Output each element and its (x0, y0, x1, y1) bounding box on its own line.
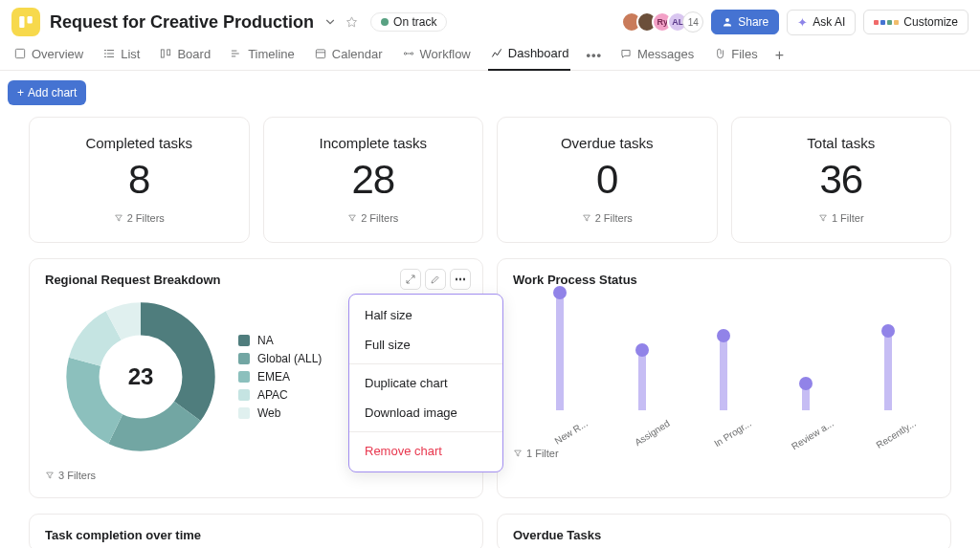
svg-rect-5 (316, 50, 324, 58)
status-dot-icon (381, 18, 389, 26)
menu-separator (349, 363, 502, 364)
menu-remove[interactable]: Remove chart (349, 436, 502, 466)
menu-separator (349, 431, 502, 432)
plus-icon: + (17, 86, 24, 99)
customize-button[interactable]: Customize (863, 10, 969, 34)
legend-item[interactable]: EMEA (238, 370, 322, 384)
tab-files[interactable]: Files (711, 41, 759, 70)
chart-card-overdue[interactable]: Overdue Tasks (497, 514, 951, 548)
share-button[interactable]: Share (711, 10, 779, 34)
tab-list[interactable]: List (100, 41, 142, 70)
stat-title: Total tasks (742, 135, 942, 151)
tab-more[interactable]: ••• (586, 48, 602, 62)
chart-card-workprocess[interactable]: Work Process Status New R... Assigned In… (497, 258, 951, 498)
chart-filter: 3 Filters (45, 470, 96, 481)
edit-icon[interactable] (425, 269, 446, 290)
svg-rect-1 (28, 16, 33, 24)
stat-filter: 2 Filters (582, 212, 633, 224)
stat-filter: 2 Filters (347, 212, 398, 224)
menu-full-size[interactable]: Full size (349, 330, 502, 360)
svg-point-7 (411, 53, 412, 55)
tab-messages[interactable]: Messages (617, 41, 696, 70)
donut-legend: NA Global (ALL) EMEA APAC Web (238, 329, 322, 425)
stat-value: 36 (742, 157, 942, 203)
stat-card-incomplete[interactable]: Incomplete tasks 28 2 Filters (263, 117, 484, 243)
project-header: Request for Creative Production On track… (0, 0, 980, 38)
lollipop-bar: In Progr... (695, 329, 752, 428)
member-avatars[interactable]: Ry AL 14 (627, 11, 703, 33)
menu-download[interactable]: Download image (349, 398, 502, 427)
add-chart-button[interactable]: +Add chart (8, 80, 86, 105)
sparkle-icon: ✦ (797, 15, 808, 30)
avatar-overflow[interactable]: 14 (682, 11, 703, 33)
tab-workflow[interactable]: Workflow (400, 41, 473, 70)
menu-half-size[interactable]: Half size (349, 300, 502, 330)
stat-card-completed[interactable]: Completed tasks 8 2 Filters (29, 117, 250, 243)
stat-title: Incomplete tasks (274, 135, 474, 151)
lollipop-bar: Recently... (859, 324, 917, 428)
tab-calendar[interactable]: Calendar (312, 41, 385, 70)
lollipop-bar: New R... (531, 286, 589, 428)
ask-ai-button[interactable]: ✦ Ask AI (787, 10, 856, 35)
lollipop-bar: Assigned (613, 343, 671, 428)
svg-point-6 (404, 53, 406, 55)
chart-title: Task completion over time (45, 528, 467, 542)
svg-rect-4 (167, 50, 170, 55)
menu-duplicate[interactable]: Duplicate chart (349, 368, 502, 398)
stat-value: 0 (507, 157, 707, 203)
stat-filter: 1 Filter (818, 212, 864, 224)
svg-rect-0 (19, 16, 24, 28)
more-icon[interactable]: ⋯ (450, 269, 471, 290)
chart-title: Work Process Status (513, 273, 935, 287)
stat-value: 28 (274, 157, 474, 203)
tab-board[interactable]: Board (157, 41, 212, 70)
stat-value: 8 (39, 157, 239, 203)
stat-filter: 2 Filters (114, 212, 165, 224)
chart-actions-menu: Half size Full size Duplicate chart Down… (348, 294, 503, 472)
star-icon[interactable] (345, 15, 359, 30)
donut-center-value: 23 (64, 300, 217, 453)
chart-card-regional[interactable]: Regional Request Breakdown ⋯ Half size F… (29, 258, 483, 498)
stat-title: Overdue tasks (507, 135, 707, 151)
tab-add[interactable]: + (775, 47, 784, 64)
donut-chart: 23 (64, 300, 217, 453)
legend-item[interactable]: Global (ALL) (238, 352, 322, 365)
project-tabs: Overview List Board Timeline Calendar Wo… (0, 38, 980, 71)
stat-card-overdue[interactable]: Overdue tasks 0 2 Filters (497, 117, 718, 243)
project-title[interactable]: Request for Creative Production (50, 12, 314, 33)
customize-icon (874, 20, 899, 25)
legend-item[interactable]: NA (238, 334, 322, 347)
legend-item[interactable]: APAC (238, 388, 322, 402)
tab-overview[interactable]: Overview (11, 41, 85, 70)
dashboard-toolbar: +Add chart (0, 71, 980, 113)
status-pill[interactable]: On track (370, 12, 447, 32)
lollipop-bar: Review a... (777, 377, 835, 428)
dashboard-area: Completed tasks 8 2 Filters Incomplete t… (0, 113, 980, 548)
stat-title: Completed tasks (39, 135, 239, 151)
legend-item[interactable]: Web (238, 406, 322, 420)
chart-title: Overdue Tasks (513, 528, 935, 542)
chart-tools: ⋯ (400, 269, 471, 290)
chart-card-completion[interactable]: Task completion over time (29, 514, 483, 548)
svg-rect-3 (162, 50, 165, 57)
svg-rect-2 (15, 49, 24, 57)
expand-icon[interactable] (400, 269, 421, 290)
stat-cards-row: Completed tasks 8 2 Filters Incomplete t… (29, 117, 951, 243)
project-icon[interactable] (11, 8, 40, 36)
chevron-down-icon[interactable] (323, 15, 337, 29)
stat-card-total[interactable]: Total tasks 36 1 Filter (731, 117, 952, 243)
tab-timeline[interactable]: Timeline (228, 41, 297, 70)
status-label: On track (393, 15, 436, 29)
tab-dashboard[interactable]: Dashboard (488, 40, 571, 71)
lollipop-chart: New R... Assigned In Progr... Review a..… (513, 295, 935, 428)
